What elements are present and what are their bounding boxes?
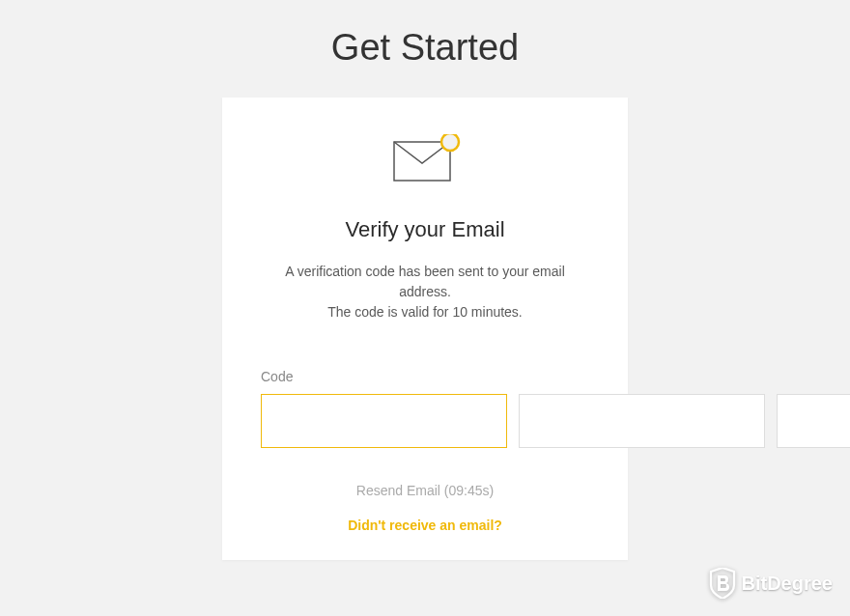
desc-line-2: The code is valid for 10 minutes. [261,302,589,322]
svg-point-1 [441,134,459,151]
desc-line-1: A verification code has been sent to you… [261,262,589,302]
page-title: Get Started [0,0,850,98]
verify-email-card: Verify your Email A verification code ha… [222,98,628,560]
resend-email-text: Resend Email (09:45s) [261,483,589,498]
bitdegree-logo-icon [709,568,736,599]
code-label: Code [261,369,589,384]
card-description: A verification code has been sent to you… [261,262,589,322]
code-input-group [261,394,589,448]
card-heading: Verify your Email [261,217,589,242]
code-input-2[interactable] [519,394,765,448]
code-input-1[interactable] [261,394,507,448]
bitdegree-watermark: BitDegree [709,568,833,599]
didnt-receive-link[interactable]: Didn't receive an email? [261,518,589,533]
envelope-icon [261,134,589,186]
watermark-text: BitDegree [742,573,833,595]
code-input-3[interactable] [777,394,850,448]
